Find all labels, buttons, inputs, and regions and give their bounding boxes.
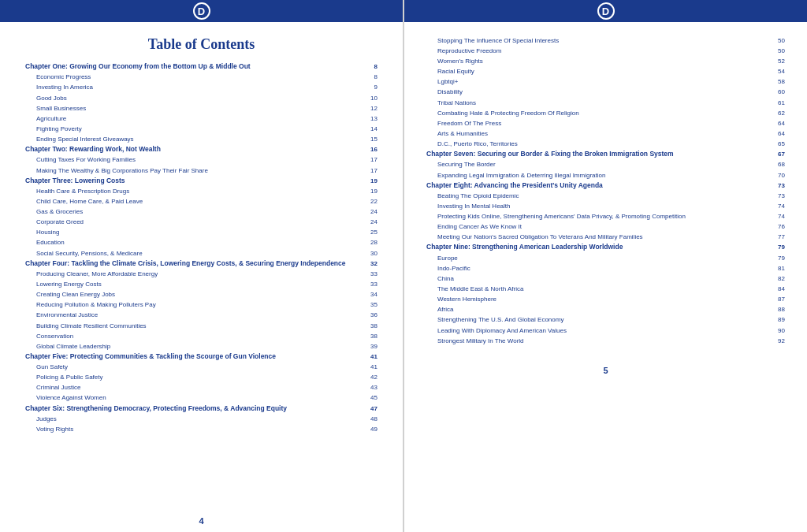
sub-entry: The Middle East & North Africa84	[426, 285, 785, 294]
sub-entry: Judges48	[25, 415, 377, 424]
sub-entry: Ending Special Interest Giveaways15	[25, 135, 377, 144]
left-toc: Chapter One: Growing Our Economy from th…	[25, 62, 377, 434]
sub-entry: China82	[426, 274, 785, 284]
dem-logo-left: D	[193, 2, 210, 20]
sub-entry: Lgbtqi+58	[426, 77, 785, 87]
sub-entry: Beating The Opioid Epidemic73	[426, 192, 785, 201]
chapter-entry: Chapter Nine: Strengthening American Lea…	[426, 243, 785, 252]
sub-entry: Corporate Greed24	[25, 218, 377, 227]
sub-entry: Making The Wealthy & Big Corporations Pa…	[25, 166, 377, 176]
left-header: D	[0, 0, 403, 22]
sub-entry: Meeting Our Nation's Sacred Obligation T…	[426, 233, 785, 242]
left-page: D Table of Contents Chapter One: Growing…	[0, 0, 403, 532]
sub-entry: Child Care, Home Care, & Paid Leave22	[25, 197, 377, 206]
sub-entry: Combating Hate & Protecting Freedom Of R…	[426, 109, 785, 118]
sub-entry: Good Jobs10	[25, 94, 377, 103]
sub-entry: D.C., Puerto Rico, Territories65	[426, 140, 785, 149]
chapter-entry: Chapter Two: Rewarding Work, Not Wealth1…	[25, 145, 377, 154]
sub-entry: Racial Equity54	[426, 67, 785, 76]
sub-entry: Fighting Poverty14	[25, 125, 377, 134]
sub-entry: Global Climate Leadership39	[25, 342, 377, 352]
sub-entry: Conservation38	[25, 332, 377, 341]
sub-entry: Social Security, Pensions, & Medicare30	[25, 249, 377, 259]
chapter-entry: Chapter Four: Tackling the Climate Crisi…	[25, 259, 377, 269]
sub-entry: Leading With Diplomacy And American Valu…	[426, 326, 785, 336]
right-footer: 5	[404, 361, 807, 381]
sub-entry: Economic Progress8	[25, 73, 377, 82]
sub-entry: Strongest Military In The World92	[426, 337, 785, 346]
sub-entry: Indo-Pacific81	[426, 264, 785, 273]
sub-entry: Gun Safety41	[25, 363, 377, 372]
sub-entry: Strengthening The U.S. And Global Econom…	[426, 315, 785, 325]
right-content: Stopping The Influence Of Special Intere…	[404, 22, 807, 361]
sub-entry: Cutting Taxes For Working Families17	[25, 155, 377, 165]
chapter-entry: Chapter Seven: Securing our Border & Fix…	[426, 150, 785, 159]
sub-entry: Gas & Groceries24	[25, 207, 377, 217]
sub-entry: Lowering Energy Costs33	[25, 280, 377, 289]
sub-entry: Education28	[25, 238, 377, 247]
chapter-entry: Chapter Eight: Advancing the President's…	[426, 181, 785, 191]
right-header: D	[404, 0, 807, 22]
sub-entry: Europe79	[426, 254, 785, 263]
sub-entry: Freedom Of The Press64	[426, 119, 785, 128]
sub-entry: Tribal Nations61	[426, 99, 785, 108]
sub-entry: Producing Cleaner, More Affordable Energ…	[25, 270, 377, 279]
sub-entry: Expanding Legal Immigration & Deterring …	[426, 171, 785, 180]
sub-entry: Environmental Justice36	[25, 311, 377, 320]
sub-entry: Securing The Border68	[426, 160, 785, 169]
sub-entry: Reducing Pollution & Making Polluters Pa…	[25, 300, 377, 310]
left-content: Table of Contents Chapter One: Growing O…	[0, 22, 403, 512]
right-toc: Stopping The Influence Of Special Intere…	[426, 36, 785, 345]
sub-entry: Ending Cancer As We Know It76	[426, 222, 785, 232]
sub-entry: Investing In Mental Health74	[426, 202, 785, 211]
sub-entry: Policing & Public Safety42	[25, 373, 377, 382]
sub-entry: Stopping The Influence Of Special Intere…	[426, 36, 785, 46]
right-page: D Stopping The Influence Of Special Inte…	[404, 0, 807, 532]
sub-entry: Voting Rights49	[25, 425, 377, 434]
sub-entry: Investing In America9	[25, 83, 377, 92]
sub-entry: Western Hemisphere87	[426, 295, 785, 304]
sub-entry: Protecting Kids Online, Strengthening Am…	[426, 212, 785, 221]
dem-logo-right: D	[597, 2, 615, 20]
chapter-entry: Chapter One: Growing Our Economy from th…	[25, 62, 377, 72]
sub-entry: Reproductive Freedom50	[426, 47, 785, 56]
sub-entry: Violence Against Women45	[25, 393, 377, 403]
sub-entry: Building Climate Resilient Communities38	[25, 322, 377, 331]
chapter-entry: Chapter Six: Strengthening Democracy, Pr…	[25, 404, 377, 414]
chapter-entry: Chapter Five: Protecting Communities & T…	[25, 352, 377, 362]
sub-entry: Arts & Humanities64	[426, 129, 785, 139]
sub-entry: Women's Rights52	[426, 57, 785, 66]
sub-entry: Agriculture13	[25, 114, 377, 124]
sub-entry: Health Care & Prescription Drugs19	[25, 187, 377, 196]
sub-entry: Small Businesses12	[25, 104, 377, 113]
toc-title: Table of Contents	[25, 36, 377, 53]
sub-entry: Creating Clean Energy Jobs34	[25, 290, 377, 299]
book-spread: D Table of Contents Chapter One: Growing…	[0, 0, 807, 532]
sub-entry: Criminal Justice43	[25, 383, 377, 392]
sub-entry: Disability60	[426, 87, 785, 97]
sub-entry: Housing25	[25, 228, 377, 237]
sub-entry: Africa88	[426, 305, 785, 314]
left-footer: 4	[0, 512, 403, 532]
chapter-entry: Chapter Three: Lowering Costs19	[25, 177, 377, 186]
